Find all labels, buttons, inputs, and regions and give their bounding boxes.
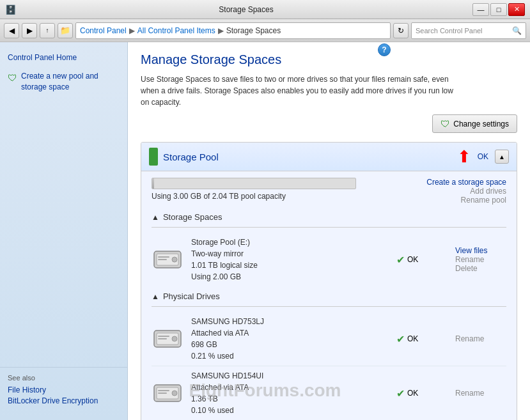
breadcrumb-current: Storage Spaces	[226, 26, 281, 35]
address-bar: ◀ ▶ ↑ 📁 Control Panel ▶ All Control Pane…	[0, 19, 530, 42]
drive-item-2: SAMSUNG HD154UI Attached via ATA 1.36 TB…	[152, 366, 506, 420]
pool-header: Storage Pool ⬆ OK ▲	[141, 143, 517, 171]
breadcrumb[interactable]: Control Panel ▶ All Control Panel Items …	[75, 22, 391, 39]
pool-ok-status: OK	[478, 152, 488, 161]
create-pool-icon: 🛡	[8, 72, 17, 83]
pool-header-left: Storage Pool	[149, 148, 219, 166]
sidebar-item-create[interactable]: 🛡 Create a new pool and storage space	[0, 67, 127, 97]
drive2-status: ✔ OK	[396, 387, 448, 400]
maximize-button[interactable]: □	[490, 3, 507, 16]
drive1-connection: Attached via ATA	[191, 327, 389, 339]
drive2-name: SAMSUNG HD154UI	[191, 370, 389, 382]
spaces-section-title: Storage Spaces	[163, 212, 222, 222]
drive1-info: SAMSUNG HD753LJ Attached via ATA 698 GB …	[191, 316, 389, 362]
capacity-text: Using 3.00 GB of 2.04 TB pool capacity	[152, 192, 286, 201]
pool-color-indicator	[149, 148, 158, 166]
folder-icon: 📁	[58, 23, 73, 38]
drive2-size: 1.36 TB	[191, 393, 389, 405]
space-item: Storage Pool (E:) Two-way mirror 1.01 TB…	[152, 233, 506, 286]
drive1-size: 698 GB	[191, 339, 389, 350]
content-area: Manage Storage Spaces Use Storage Spaces…	[128, 42, 530, 420]
pool-collapse-button[interactable]: ▲	[495, 150, 509, 164]
refresh-button[interactable]: ↻	[393, 23, 409, 38]
pool-section: Storage Pool ⬆ OK ▲ Using 3.00 GB of 2.0…	[141, 142, 517, 420]
forward-button[interactable]: ▶	[22, 23, 37, 38]
physical-drives-section: ▲ Physical Drives	[141, 286, 517, 420]
space-actions: View files Rename Delete	[455, 246, 506, 273]
space-view-files-link[interactable]: View files	[455, 246, 506, 255]
drive1-usage: 0.21 % used	[191, 350, 389, 362]
pool-header-right: ⬆ OK ▲	[457, 148, 509, 165]
capacity-progress-bar	[152, 178, 356, 189]
drive-item-1: SAMSUNG HD753LJ Attached via ATA 698 GB …	[152, 312, 506, 366]
breadcrumb-allitems[interactable]: All Control Panel Items	[137, 26, 215, 35]
svg-rect-3	[158, 256, 169, 258]
back-button[interactable]: ◀	[4, 23, 19, 38]
sidebar-item-home[interactable]: Control Panel Home	[0, 49, 127, 67]
create-storage-space-link[interactable]: Create a storage space	[426, 178, 506, 187]
page-title: Manage Storage Spaces	[141, 52, 517, 67]
change-settings-label: Change settings	[453, 120, 509, 128]
svg-rect-8	[158, 336, 169, 337]
change-settings-button[interactable]: 🛡 Change settings	[432, 114, 517, 133]
space-type: Two-way mirror	[191, 248, 389, 260]
breadcrumb-sep1: ▶	[129, 26, 135, 35]
search-box[interactable]: Search Control Panel 🔍	[411, 22, 526, 39]
hdd-icon	[153, 247, 182, 272]
drive2-ok-icon: ✔	[396, 387, 405, 400]
help-button[interactable]: ?	[378, 43, 391, 56]
space-name: Storage Pool (E:)	[191, 237, 389, 248]
drive1-status: ✔ OK	[396, 333, 448, 345]
title-bar: 🗄️ Storage Spaces — □ ✕	[0, 0, 530, 19]
breadcrumb-sep2: ▶	[218, 26, 224, 35]
breadcrumb-controlpanel[interactable]: Control Panel	[80, 26, 127, 35]
space-status-text: OK	[407, 255, 418, 264]
search-icon[interactable]: 🔍	[512, 26, 522, 35]
space-status: ✔ OK	[396, 254, 448, 266]
svg-rect-14	[158, 393, 167, 394]
storage-spaces-section: ▲ Storage Spaces	[141, 207, 517, 286]
drive2-status-text: OK	[407, 389, 418, 398]
sidebar-bottom: See also File History BitLocker Drive En…	[0, 367, 127, 414]
minimize-button[interactable]: —	[472, 3, 489, 16]
capacity-fill	[152, 178, 154, 189]
space-ok-icon: ✔	[396, 254, 405, 266]
space-delete-link[interactable]: Delete	[455, 264, 506, 273]
main-layout: Control Panel Home 🛡 Create a new pool a…	[0, 42, 530, 420]
rename-pool-link[interactable]: Rename pool	[426, 196, 506, 205]
drive1-status-text: OK	[407, 334, 418, 343]
pool-title: Storage Pool	[163, 152, 219, 162]
add-drives-link[interactable]: Add drives	[426, 187, 506, 196]
space-info: Storage Pool (E:) Two-way mirror 1.01 TB…	[191, 237, 389, 283]
up-arrow-annotation: ⬆	[457, 148, 471, 165]
spaces-collapse-arrow[interactable]: ▲	[152, 213, 159, 222]
spaces-divider	[152, 227, 506, 228]
drive2-rename-link[interactable]: Rename	[455, 389, 506, 398]
drive1-icon	[152, 326, 183, 352]
space-size: 1.01 TB logical size	[191, 260, 389, 271]
space-usage: Using 2.00 GB	[191, 271, 389, 283]
drives-collapse-arrow[interactable]: ▲	[152, 292, 159, 301]
svg-point-7	[172, 336, 177, 341]
drive1-rename-link[interactable]: Rename	[455, 334, 506, 343]
sidebar: Control Panel Home 🛡 Create a new pool a…	[0, 42, 128, 420]
svg-rect-4	[158, 259, 167, 260]
close-button[interactable]: ✕	[508, 3, 525, 16]
drive2-actions: Rename	[455, 389, 506, 398]
page-description: Use Storage Spaces to save files to two …	[141, 74, 460, 108]
spaces-section-header: ▲ Storage Spaces	[152, 212, 506, 222]
up-button[interactable]: ↑	[40, 23, 55, 38]
space-drive-icon	[152, 247, 183, 272]
settings-area: 🛡 Change settings	[141, 114, 517, 133]
drives-section-title: Physical Drives	[163, 292, 220, 301]
sidebar-link-file-history[interactable]: File History	[8, 385, 120, 394]
space-rename-link[interactable]: Rename	[455, 255, 506, 264]
window-controls: — □ ✕	[472, 3, 525, 16]
svg-rect-9	[158, 338, 167, 339]
svg-point-2	[172, 257, 177, 262]
drive2-usage: 0.10 % used	[191, 405, 389, 416]
create-pool-label[interactable]: Create a new pool and storage space	[21, 71, 120, 93]
drive2-connection: Attached via ATA	[191, 382, 389, 393]
drive1-ok-icon: ✔	[396, 333, 405, 345]
sidebar-link-bitlocker[interactable]: BitLocker Drive Encryption	[8, 396, 120, 405]
